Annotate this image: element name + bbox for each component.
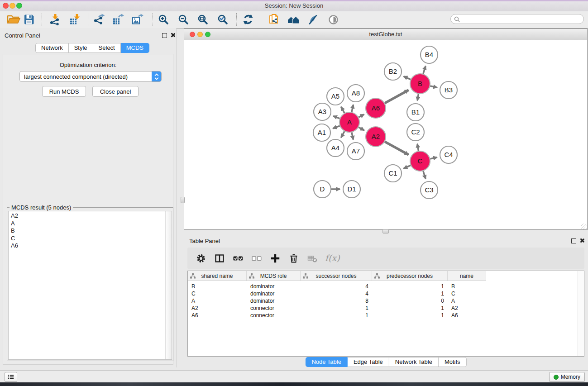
import-table-button[interactable] <box>67 12 83 27</box>
float-table-panel-icon[interactable] <box>571 238 576 243</box>
tab-motifs[interactable]: Motifs <box>439 357 467 367</box>
svg-text:D1: D1 <box>347 185 356 193</box>
node-B3[interactable]: B3 <box>440 81 457 99</box>
search-input[interactable] <box>462 15 583 23</box>
node-C1[interactable]: C1 <box>384 165 402 182</box>
export-network-button[interactable] <box>91 12 107 27</box>
memory-button[interactable]: Memory <box>549 372 585 382</box>
destroy-table-button[interactable] <box>306 253 318 264</box>
table-row[interactable]: Bdominator41B <box>188 283 584 290</box>
memory-label: Memory <box>561 374 580 380</box>
node-A3[interactable]: A3 <box>314 103 331 120</box>
node-B4[interactable]: B4 <box>421 46 438 63</box>
node-A5[interactable]: A5 <box>327 88 344 105</box>
node-B2[interactable]: B2 <box>384 63 402 80</box>
table-scrollbar[interactable] <box>578 271 584 356</box>
zoom-out-button[interactable] <box>176 12 191 27</box>
close-panel-button[interactable]: Close panel <box>92 86 139 97</box>
node-C[interactable]: C <box>410 151 430 171</box>
tab-edge-table[interactable]: Edge Table <box>348 357 389 367</box>
table-header-row: shared nameMCDS rolesuccessor nodesprede… <box>188 271 584 281</box>
result-item[interactable]: A6 <box>11 242 172 250</box>
table-row[interactable]: Cdominator41C <box>188 290 584 297</box>
svg-text:C1: C1 <box>388 169 397 177</box>
node-C3[interactable]: C3 <box>421 181 438 199</box>
optimization-criterion-select[interactable]: largest connected component (directed) <box>19 71 162 82</box>
save-floppy-icon <box>23 14 35 25</box>
node-A7[interactable]: A7 <box>347 143 364 160</box>
network-from-file-button[interactable] <box>266 12 282 27</box>
result-item[interactable]: C <box>11 235 172 243</box>
column-header-name[interactable]: name <box>448 271 486 281</box>
table-row[interactable]: A2connector11A2 <box>188 305 584 312</box>
tab-select[interactable]: Select <box>93 43 121 53</box>
toolbar-separator <box>261 13 261 26</box>
table-row[interactable]: A6connector11A6 <box>188 312 584 319</box>
column-layout-button[interactable] <box>214 253 225 264</box>
table-cell: A <box>188 298 247 304</box>
run-mcds-button[interactable]: Run MCDS <box>42 86 86 97</box>
svg-text:B2: B2 <box>389 67 397 75</box>
list-icon <box>8 373 14 381</box>
column-header-successor-nodes[interactable]: successor nodes <box>301 271 372 281</box>
close-panel-icon[interactable] <box>170 33 175 38</box>
open-session-button[interactable] <box>6 12 21 27</box>
node-C2[interactable]: C2 <box>407 124 424 141</box>
toolbar-separator <box>42 13 42 26</box>
select-all-button[interactable] <box>232 253 244 264</box>
node-B1[interactable]: B1 <box>407 104 424 121</box>
task-history-button[interactable] <box>5 372 17 382</box>
edge-A-A4 <box>341 131 344 138</box>
column-settings-button[interactable] <box>195 253 206 264</box>
splitter-grip-left[interactable] <box>181 197 185 203</box>
table-cell: A6 <box>448 312 486 319</box>
home-button[interactable] <box>286 12 301 27</box>
window-resize-handle[interactable] <box>581 224 587 229</box>
export-image-button[interactable] <box>130 12 145 27</box>
table-row[interactable]: Adominator80A <box>188 297 584 305</box>
node-C4[interactable]: C4 <box>440 146 457 163</box>
zoom-selected-button[interactable] <box>215 12 230 27</box>
function-builder-button[interactable]: f(x) <box>325 253 340 264</box>
node-D[interactable]: D <box>314 181 331 198</box>
export-table-button[interactable] <box>110 12 126 27</box>
tab-network[interactable]: Network <box>35 43 69 53</box>
result-item[interactable]: B <box>11 227 172 235</box>
svg-text:A7: A7 <box>352 147 360 155</box>
column-header-shared-name[interactable]: shared name <box>188 271 247 281</box>
add-column-button[interactable] <box>269 253 281 264</box>
edge-A-A8 <box>352 105 354 112</box>
column-header-mcds-role[interactable]: MCDS role <box>247 271 301 281</box>
node-A[interactable]: A <box>339 112 359 132</box>
zoom-in-button[interactable] <box>156 12 171 27</box>
node-A4[interactable]: A4 <box>327 139 344 157</box>
eye-button[interactable] <box>325 12 341 27</box>
result-item[interactable]: A <box>11 220 172 228</box>
column-header-predecessor-nodes[interactable]: predecessor nodes <box>372 271 448 281</box>
close-table-panel-icon[interactable] <box>579 238 584 243</box>
network-canvas[interactable]: B4B2BB3A8A5A6A3B1AA1C2A2A4A7C4CC1C3DD1 <box>184 40 587 229</box>
node-A1[interactable]: A1 <box>313 124 330 141</box>
tab-network-table[interactable]: Network Table <box>389 357 439 367</box>
node-D1[interactable]: D1 <box>343 181 360 198</box>
tab-node-table[interactable]: Node Table <box>305 357 348 367</box>
result-list-scrollbar[interactable] <box>165 211 172 359</box>
tab-style[interactable]: Style <box>69 43 93 53</box>
node-B[interactable]: B <box>410 74 430 94</box>
save-session-button[interactable] <box>21 12 37 27</box>
node-A6[interactable]: A6 <box>366 98 386 118</box>
import-network-button[interactable] <box>47 12 62 27</box>
export-table-icon <box>112 14 124 25</box>
result-item[interactable]: A2 <box>11 212 172 220</box>
refresh-view-button[interactable] <box>240 12 256 27</box>
delete-column-button[interactable] <box>288 253 299 264</box>
graphics-details-button[interactable] <box>305 12 320 27</box>
node-A2[interactable]: A2 <box>366 127 386 147</box>
zoom-fit-button[interactable] <box>195 12 210 27</box>
tab-mcds[interactable]: MCDS <box>121 43 149 53</box>
splitter-grip-bottom[interactable] <box>382 229 389 234</box>
float-panel-icon[interactable] <box>162 33 167 38</box>
deselect-all-button[interactable] <box>251 253 262 264</box>
network-window-titlebar[interactable]: testGlobe.txt <box>184 29 587 40</box>
node-A8[interactable]: A8 <box>347 85 364 102</box>
